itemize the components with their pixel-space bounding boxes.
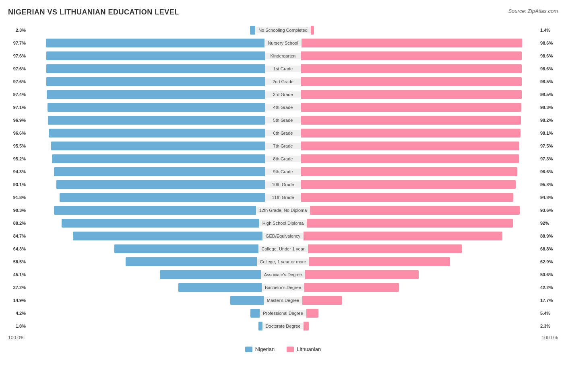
bar-blue [250, 309, 260, 318]
bar-left-value: 97.7% [8, 41, 26, 45]
bar-left-value: 64.3% [8, 246, 26, 251]
bar-pink [301, 193, 513, 202]
bar-row: 88.2% High School Diploma 92% [8, 217, 558, 230]
bar-pink [304, 322, 309, 330]
left-bar-container [27, 219, 259, 228]
bar-right-value: 1.4% [540, 28, 558, 33]
legend-item-nigerian: Nigerian [245, 346, 275, 352]
bar-pink [301, 129, 521, 138]
left-bar-container [27, 180, 265, 189]
bar-left-value: 58.5% [8, 259, 26, 264]
legend-row: Nigerian Lithuanian [8, 346, 558, 352]
bar-blue [178, 283, 262, 292]
bar-center-label: GED/Equivalency [262, 233, 304, 239]
right-bar-container [301, 90, 539, 99]
chart-body: 2.3% No Schooling Completed 1.4% 97.7% N… [8, 24, 558, 332]
bar-left-value: 93.1% [8, 182, 26, 187]
bar-blue [46, 64, 265, 73]
bar-pink [310, 206, 519, 215]
bar-blue [54, 167, 265, 176]
left-bar-container [27, 296, 264, 305]
axis-left: 100.0% [8, 335, 25, 341]
right-bar-container [305, 270, 539, 279]
left-bar-container [27, 90, 265, 99]
bar-right-value: 5.4% [540, 311, 558, 316]
bar-left-value: 37.2% [8, 285, 26, 290]
right-bar-container [301, 167, 539, 176]
bar-right-value: 92% [540, 221, 558, 226]
legend-label-nigerian: Nigerian [255, 346, 275, 352]
bar-center-label: Associate's Degree [261, 271, 305, 278]
bar-blue [46, 39, 264, 47]
bar-pink [301, 51, 522, 60]
legend-swatch-nigerian [245, 347, 252, 352]
bar-blue [62, 219, 259, 228]
bar-center-label: College, Under 1 year [258, 246, 308, 252]
right-bar-container [301, 77, 539, 86]
right-bar-container [302, 296, 539, 305]
left-bar-container [27, 154, 265, 163]
left-bar-container [27, 257, 257, 266]
bar-left-value: 90.3% [8, 208, 26, 213]
bar-pink [301, 90, 522, 99]
bar-center-label: 11th Grade [265, 194, 301, 201]
right-bar-container [301, 116, 539, 125]
bar-blue [51, 142, 265, 150]
bar-pink [304, 232, 502, 240]
bar-pink [304, 283, 399, 292]
left-bar-container [27, 51, 265, 60]
bar-right-value: 98.3% [540, 105, 558, 110]
left-bar-container [27, 167, 265, 176]
bar-pink [301, 154, 519, 163]
bar-pink [302, 296, 342, 305]
chart-source: Source: ZipAtlas.com [508, 8, 558, 14]
bar-left-value: 45.1% [8, 272, 26, 277]
right-bar-container [301, 180, 539, 189]
bar-blue [52, 154, 265, 163]
bar-row: 97.1% 4th Grade 98.3% [8, 101, 558, 114]
bar-pink [305, 270, 418, 279]
bar-center-label: College, 1 year or more [257, 259, 310, 265]
bar-right-value: 94.8% [540, 195, 558, 200]
right-bar-container [301, 103, 539, 112]
bar-left-value: 91.8% [8, 195, 26, 200]
bar-pink [308, 244, 462, 253]
bar-right-value: 50.6% [540, 272, 558, 277]
bar-right-value: 93.6% [540, 208, 558, 213]
bar-left-value: 97.1% [8, 105, 26, 110]
legend-item-lithuanian: Lithuanian [287, 346, 321, 352]
right-bar-container [301, 154, 539, 163]
legend-swatch-lithuanian [287, 347, 294, 352]
bar-row: 97.6% 1st Grade 98.6% [8, 62, 558, 75]
left-bar-container [27, 103, 265, 112]
bar-row: 97.6% 2nd Grade 98.5% [8, 75, 558, 88]
bar-left-value: 2.3% [8, 28, 26, 33]
bar-pink [301, 116, 521, 125]
left-bar-container [27, 64, 265, 73]
chart-title: NIGERIAN VS LITHUANIAN EDUCATION LEVEL [8, 8, 179, 16]
bar-row: 2.3% No Schooling Completed 1.4% [8, 24, 558, 37]
bar-row: 97.7% Nursery School 98.6% [8, 37, 558, 49]
bar-blue [46, 51, 265, 60]
bar-blue [160, 270, 261, 279]
bar-center-label: 9th Grade [265, 168, 301, 175]
bar-blue [48, 103, 265, 112]
bar-right-value: 95.8% [540, 182, 558, 187]
axis-right: 100.0% [541, 335, 558, 341]
right-bar-container [301, 142, 539, 150]
right-bar-container [301, 129, 539, 138]
left-bar-container [27, 129, 265, 138]
bar-row: 58.5% College, 1 year or more 62.9% [8, 255, 558, 268]
bar-left-value: 4.2% [8, 311, 26, 316]
bar-center-label: Master's Degree [264, 297, 302, 304]
bar-left-value: 97.6% [8, 53, 26, 58]
bar-right-value: 98.6% [540, 41, 558, 45]
bar-right-value: 2.3% [540, 324, 558, 328]
left-bar-container [27, 206, 256, 215]
bar-center-label: Kindergarten [265, 53, 301, 59]
bar-blue [46, 77, 265, 86]
bar-row: 4.2% Professional Degree 5.4% [8, 307, 558, 320]
bar-left-value: 97.6% [8, 79, 26, 84]
right-bar-container [304, 232, 539, 240]
legend-label-lithuanian: Lithuanian [297, 346, 321, 352]
